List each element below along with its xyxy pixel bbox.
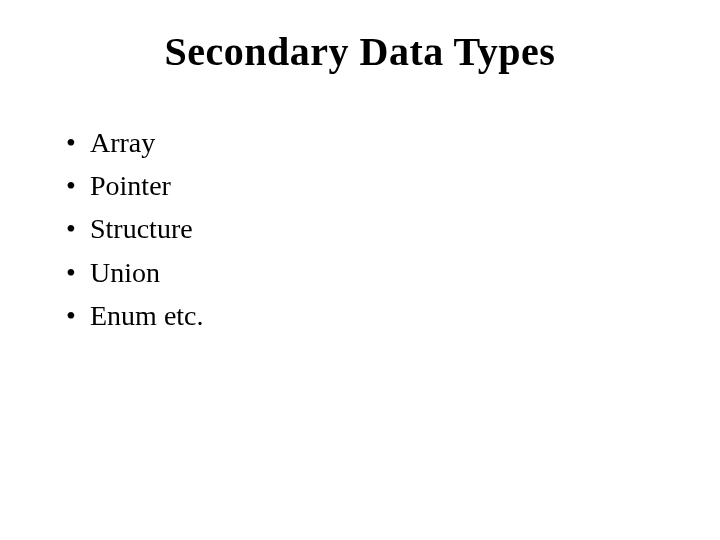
bullet-icon: •: [66, 166, 90, 205]
list-item: • Pointer: [66, 166, 660, 205]
bullet-icon: •: [66, 253, 90, 292]
bullet-text: Pointer: [90, 166, 660, 205]
list-item: • Enum etc.: [66, 296, 660, 335]
bullet-icon: •: [66, 123, 90, 162]
bullet-text: Enum etc.: [90, 296, 660, 335]
list-item: • Union: [66, 253, 660, 292]
bullet-icon: •: [66, 209, 90, 248]
slide-container: Secondary Data Types • Array • Pointer •…: [0, 0, 720, 540]
bullet-list: • Array • Pointer • Structure • Union • …: [60, 123, 660, 335]
list-item: • Structure: [66, 209, 660, 248]
bullet-icon: •: [66, 296, 90, 335]
bullet-text: Structure: [90, 209, 660, 248]
bullet-text: Union: [90, 253, 660, 292]
list-item: • Array: [66, 123, 660, 162]
bullet-text: Array: [90, 123, 660, 162]
slide-title: Secondary Data Types: [60, 28, 660, 75]
